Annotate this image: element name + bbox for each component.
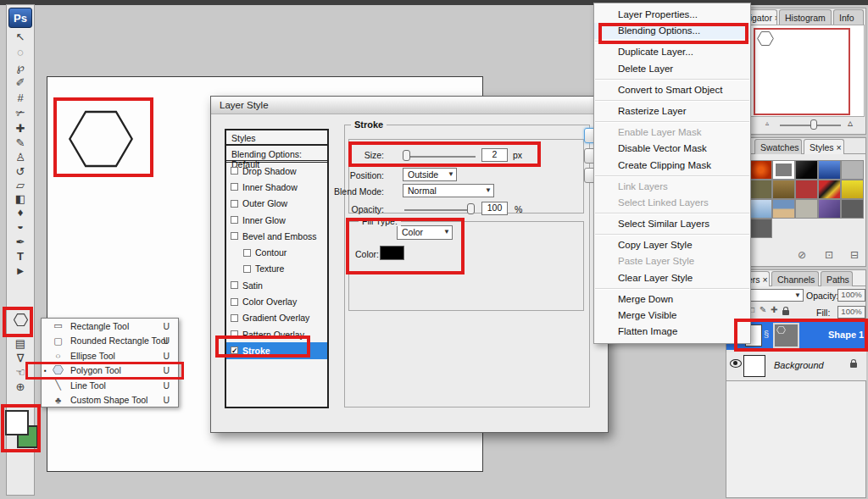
blend-mode-dropdown[interactable]: Normal ▼ [403,184,494,197]
checkbox[interactable] [231,330,238,338]
flyout-item-line-tool[interactable]: ╲ Line Tool U [42,378,178,393]
style-swatch[interactable] [749,160,772,180]
style-item-gradient-overlay[interactable]: Gradient Overlay [226,310,327,326]
menu-item-create-clipping-mask[interactable]: Create Clipping Mask [594,158,750,174]
style-swatch[interactable] [818,160,841,180]
style-item-inner-shadow[interactable]: Inner Shadow [226,179,327,195]
notes-tool[interactable]: ▤ [7,337,34,351]
menu-item-layer-properties[interactable]: Layer Properties... [594,7,750,23]
style-swatch[interactable] [795,180,818,199]
checkbox[interactable] [231,281,238,289]
style-item-bevel-and-emboss[interactable]: Bevel and Emboss [226,228,327,244]
checkbox[interactable] [231,298,238,306]
tab-channels[interactable]: Channels [771,271,819,286]
visibility-eye-icon[interactable] [730,359,742,368]
size-slider-thumb[interactable] [403,150,410,161]
checkbox[interactable] [243,265,251,273]
hexagon-shape[interactable] [68,110,134,168]
menu-item-select-similar-layers[interactable]: Select Similar Layers [594,216,750,232]
dialog-title-bar[interactable]: Layer Style [211,97,608,114]
style-swatch-selected[interactable] [772,160,795,180]
style-item-texture[interactable]: Texture [226,261,327,277]
dodge-tool[interactable]: ◒ [7,219,34,233]
gradient-tool[interactable]: ◧ [7,192,34,206]
menu-item-merge-down[interactable]: Merge Down [594,291,750,308]
zoom-in-icon[interactable]: ▵ [848,117,853,129]
checkbox[interactable] [243,249,251,257]
layer-thumbnail[interactable] [743,355,765,377]
style-swatch[interactable] [795,199,818,219]
style-item-outer-glow[interactable]: Outer Glow [226,196,327,212]
lock-all-icon[interactable] [782,310,789,315]
menu-item-blending-options[interactable]: Blending Options... [594,23,750,39]
checkbox[interactable] [231,200,238,208]
move-tool[interactable]: ↖ [7,30,34,44]
menu-item-copy-layer-style[interactable]: Copy Layer Style [594,237,750,253]
checkbox[interactable] [231,232,238,240]
lock-position-icon[interactable]: ✚ [771,305,777,314]
checkbox[interactable] [231,183,238,191]
style-swatch[interactable] [841,180,864,199]
menu-item-merge-visible[interactable]: Merge Visible [594,308,750,324]
type-tool[interactable]: T [7,250,34,263]
flyout-item-rectangle-tool[interactable]: ▭ Rectangle Tool U [42,319,178,334]
flyout-item-rounded-rectangle-tool[interactable]: ▢ Rounded Rectangle Tool U [42,334,178,349]
eyedropper-tool[interactable]: ∇ [7,352,34,365]
new-style-icon[interactable]: ⊡ [825,249,833,261]
style-item-stroke[interactable]: ✓Stroke [226,342,327,358]
menu-item-convert-to-smart-object[interactable]: Convert to Smart Object [594,82,750,98]
clone-stamp-tool[interactable]: ♙ [7,151,34,164]
style-swatch[interactable] [818,199,841,219]
checkbox[interactable] [231,167,238,175]
tab-swatches[interactable]: Swatches [754,139,802,154]
brush-tool[interactable]: ✎ [7,136,34,150]
size-value-input[interactable]: 2 [481,148,508,162]
blending-options-item[interactable]: Blending Options: Default [226,146,327,163]
eraser-tool[interactable]: ▱ [7,179,34,192]
layer-name[interactable]: Shape 1 [828,330,864,340]
layer-fill-value[interactable]: 100% [837,306,865,319]
style-swatch[interactable] [795,160,818,180]
lock-paint-icon[interactable]: ✎ [760,305,766,314]
fill-type-dropdown[interactable]: Color ▼ [397,225,453,240]
style-swatch[interactable] [749,219,772,238]
style-item-contour[interactable]: Contour [226,244,327,260]
opacity-slider-track[interactable] [404,209,474,211]
style-swatch[interactable] [841,160,864,180]
navigator-zoom-thumb[interactable] [810,119,817,130]
crop-tool[interactable]: # [7,91,34,105]
slice-tool[interactable]: ✃ [7,107,34,120]
opacity-value-input[interactable]: 100 [481,202,508,215]
hand-tool[interactable]: ☜ [7,366,34,380]
menu-item-delete-layer[interactable]: Delete Layer [594,61,750,77]
flyout-item-polygon-tool[interactable]: ▪ Polygon Tool U [42,363,178,379]
tab-histogram[interactable]: Histogram [779,9,832,25]
menu-item-rasterize-layer[interactable]: Rasterize Layer [594,103,750,119]
quick-selection-tool[interactable]: ✐ [7,76,34,90]
style-item-inner-glow[interactable]: Inner Glow [226,212,327,228]
menu-item-clear-layer-style[interactable]: Clear Layer Style [594,270,750,286]
style-item-pattern-overlay[interactable]: Pattern Overlay [226,326,327,342]
history-brush-tool[interactable]: ↺ [7,165,34,179]
checkbox[interactable] [231,314,238,322]
checkbox-checked[interactable]: ✓ [231,347,238,354]
layer-opacity-value[interactable]: 100% [837,289,865,302]
style-swatch[interactable] [749,199,772,219]
clear-style-icon[interactable]: ⊘ [798,249,806,261]
position-dropdown[interactable]: Outside ▼ [403,168,457,181]
checkbox[interactable] [231,216,238,224]
layer-name[interactable]: Background [774,360,824,370]
zoom-out-icon[interactable]: ▵ [765,119,769,127]
layer-row-background[interactable]: Background [726,351,866,381]
tab-styles[interactable]: Styles × [804,139,844,154]
foreground-color-swatch[interactable] [5,410,29,435]
tab-paths[interactable]: Paths [821,271,853,286]
flyout-item-ellipse-tool[interactable]: ○ Ellipse Tool U [42,348,178,363]
style-item-color-overlay[interactable]: Color Overlay [226,293,327,309]
path-selection-tool[interactable]: ▶ [7,264,34,278]
blur-tool[interactable]: ♦ [7,206,34,219]
healing-brush-tool[interactable]: ✚ [7,122,34,136]
style-swatch[interactable] [818,180,841,199]
shape-tool[interactable] [7,313,34,327]
stroke-color-swatch[interactable] [380,246,404,260]
